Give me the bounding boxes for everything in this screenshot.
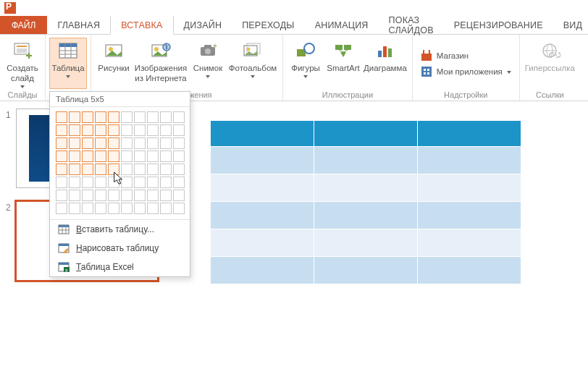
tab-animation[interactable]: АНИМАЦИЯ: [305, 16, 379, 34]
smartart-button[interactable]: SmartArt: [324, 38, 362, 89]
grid-cell[interactable]: [108, 164, 119, 175]
grid-cell[interactable]: [147, 124, 159, 136]
tab-transitions[interactable]: ПЕРЕХОДЫ: [232, 16, 305, 34]
tab-home[interactable]: ГЛАВНАЯ: [47, 16, 110, 34]
grid-cell[interactable]: [69, 150, 80, 162]
grid-cell[interactable]: [108, 203, 119, 214]
grid-cell[interactable]: [160, 124, 172, 136]
grid-cell[interactable]: [121, 177, 133, 188]
shapes-button[interactable]: Фигуры: [287, 38, 324, 89]
grid-cell[interactable]: [160, 203, 172, 214]
screenshot-button[interactable]: + Снимок: [189, 38, 227, 89]
grid-cell[interactable]: [95, 190, 106, 201]
excel-table-menuitem[interactable]: x Таблица Excel: [50, 258, 190, 276]
grid-cell[interactable]: [160, 137, 172, 149]
grid-cell[interactable]: [56, 203, 67, 214]
grid-cell[interactable]: [134, 177, 146, 188]
grid-cell[interactable]: [56, 164, 67, 175]
grid-cell[interactable]: [56, 190, 67, 201]
grid-cell[interactable]: [134, 111, 146, 123]
grid-cell[interactable]: [82, 203, 93, 214]
grid-cell[interactable]: [95, 111, 106, 123]
grid-cell[interactable]: [147, 150, 159, 162]
grid-cell[interactable]: [82, 190, 93, 201]
grid-cell[interactable]: [147, 177, 159, 188]
grid-cell[interactable]: [134, 164, 146, 175]
grid-cell[interactable]: [134, 137, 146, 149]
grid-cell[interactable]: [69, 177, 80, 188]
tab-view[interactable]: ВИД: [553, 16, 588, 34]
grid-cell[interactable]: [121, 150, 133, 162]
hyperlink-button[interactable]: Гиперссылка: [524, 38, 576, 89]
grid-cell[interactable]: [56, 124, 67, 136]
grid-cell[interactable]: [147, 111, 159, 123]
grid-cell[interactable]: [82, 124, 93, 136]
grid-cell[interactable]: [69, 164, 80, 175]
grid-cell[interactable]: [69, 111, 80, 123]
grid-cell[interactable]: [56, 111, 67, 123]
grid-cell[interactable]: [134, 124, 146, 136]
grid-cell[interactable]: [121, 190, 133, 201]
grid-cell[interactable]: [108, 190, 119, 201]
new-slide-button[interactable]: Создать слайд: [4, 38, 41, 89]
grid-cell[interactable]: [108, 177, 119, 188]
pictures-button[interactable]: Рисунки: [95, 38, 133, 89]
insert-table-menuitem[interactable]: Вставить таблицу...: [50, 220, 190, 239]
grid-cell[interactable]: [173, 137, 185, 149]
tab-design[interactable]: ДИЗАЙН: [174, 16, 232, 34]
tab-file[interactable]: ФАЙЛ: [0, 16, 47, 34]
tab-insert[interactable]: ВСТАВКА: [110, 16, 173, 35]
grid-cell[interactable]: [108, 150, 119, 162]
grid-cell[interactable]: [95, 150, 106, 162]
grid-cell[interactable]: [147, 137, 159, 149]
grid-cell[interactable]: [69, 203, 80, 214]
grid-cell[interactable]: [108, 137, 119, 149]
photo-album-button[interactable]: Фотоальбом: [227, 38, 279, 89]
grid-cell[interactable]: [173, 177, 185, 188]
draw-table-menuitem[interactable]: Нарисовать таблицу: [50, 239, 190, 258]
grid-cell[interactable]: [134, 190, 146, 201]
grid-cell[interactable]: [56, 137, 67, 149]
slide-canvas[interactable]: [174, 101, 588, 369]
grid-cell[interactable]: [108, 124, 119, 136]
grid-cell[interactable]: [147, 203, 159, 214]
grid-cell[interactable]: [108, 111, 119, 123]
grid-cell[interactable]: [173, 111, 185, 123]
tab-review[interactable]: РЕЦЕНЗИРОВАНИЕ: [444, 16, 553, 34]
grid-cell[interactable]: [160, 177, 172, 188]
grid-cell[interactable]: [95, 164, 106, 175]
table-button[interactable]: Таблица: [49, 38, 87, 89]
grid-cell[interactable]: [95, 177, 106, 188]
grid-cell[interactable]: [173, 124, 185, 136]
grid-cell[interactable]: [82, 137, 93, 149]
grid-cell[interactable]: [82, 111, 93, 123]
table-grid-chooser[interactable]: [50, 107, 190, 219]
store-button[interactable]: Магазин: [421, 50, 511, 62]
grid-cell[interactable]: [95, 203, 106, 214]
grid-cell[interactable]: [95, 124, 106, 136]
grid-cell[interactable]: [147, 164, 159, 175]
grid-cell[interactable]: [82, 177, 93, 188]
grid-cell[interactable]: [95, 137, 106, 149]
grid-cell[interactable]: [82, 150, 93, 162]
my-apps-button[interactable]: Мои приложения: [421, 66, 511, 77]
grid-cell[interactable]: [69, 137, 80, 149]
grid-cell[interactable]: [160, 190, 172, 201]
grid-cell[interactable]: [56, 177, 67, 188]
tab-slideshow[interactable]: ПОКАЗ СЛАЙДОВ: [379, 16, 444, 34]
grid-cell[interactable]: [69, 124, 80, 136]
grid-cell[interactable]: [160, 150, 172, 162]
chart-button[interactable]: Диаграмма: [362, 38, 408, 89]
grid-cell[interactable]: [134, 203, 146, 214]
grid-cell[interactable]: [56, 150, 67, 162]
grid-cell[interactable]: [173, 150, 185, 162]
online-pictures-button[interactable]: Изображения из Интернета: [133, 38, 189, 89]
grid-cell[interactable]: [121, 164, 133, 175]
grid-cell[interactable]: [173, 164, 185, 175]
grid-cell[interactable]: [134, 150, 146, 162]
grid-cell[interactable]: [147, 190, 159, 201]
grid-cell[interactable]: [160, 111, 172, 123]
grid-cell[interactable]: [160, 164, 172, 175]
grid-cell[interactable]: [173, 203, 185, 214]
grid-cell[interactable]: [121, 111, 133, 123]
